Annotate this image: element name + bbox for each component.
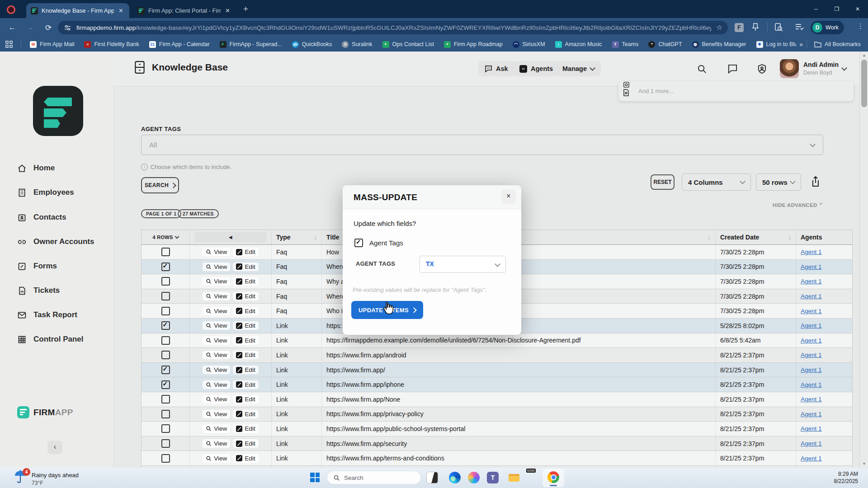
- edit-button[interactable]: Edit: [233, 292, 258, 300]
- agent-tags-checkbox-row[interactable]: ✓ Agent Tags: [354, 239, 403, 247]
- modal-close-button[interactable]: ×: [501, 189, 516, 204]
- columns-dropdown[interactable]: 4 Columns: [682, 174, 751, 191]
- browser-profile-chip[interactable]: D Work: [811, 21, 844, 34]
- window-close-button[interactable]: ✕: [847, 0, 868, 18]
- row-checkbox[interactable]: ✓: [161, 439, 170, 448]
- page-search-icon[interactable]: [774, 23, 783, 32]
- sidebar-item-owner-accounts[interactable]: Owner Accounts: [0, 232, 113, 252]
- row-checkbox[interactable]: ✓: [161, 454, 170, 463]
- table-row[interactable]: ✓ View Edit Link https:/: [142, 451, 852, 466]
- sort-icon[interactable]: ↕: [314, 234, 317, 241]
- view-button[interactable]: View: [203, 292, 230, 300]
- agent-link[interactable]: Agent 1: [801, 278, 822, 285]
- weather-widget[interactable]: 4 Rainy days ahead 73°F: [14, 469, 79, 486]
- edge-app-icon[interactable]: [449, 472, 461, 483]
- edit-button[interactable]: Edit: [233, 395, 258, 404]
- edit-button[interactable]: Edit: [233, 277, 258, 286]
- window-minimize-button[interactable]: ─: [806, 0, 826, 18]
- view-button[interactable]: View: [203, 380, 230, 389]
- row-checkbox[interactable]: ✓: [161, 351, 170, 359]
- view-button[interactable]: View: [203, 410, 230, 418]
- edit-button[interactable]: Edit: [233, 321, 258, 330]
- sidebar-item-control-panel[interactable]: Control Panel: [0, 329, 113, 349]
- row-checkbox[interactable]: ✓: [161, 263, 170, 271]
- scroll-down-icon[interactable]: ▼: [860, 462, 868, 466]
- row-checkbox[interactable]: ✓: [161, 366, 170, 374]
- ask-button[interactable]: Ask: [478, 61, 514, 76]
- user-avatar[interactable]: [780, 59, 799, 78]
- tab-knowledge-base[interactable]: Knowledge Base - Firm App ✕: [26, 3, 129, 18]
- agent-link[interactable]: Agent 1: [801, 308, 822, 314]
- agent-link[interactable]: Agent 1: [801, 440, 822, 447]
- agent-link[interactable]: Agent 1: [801, 366, 822, 373]
- bookmark-item[interactable]: ◠ SiriusXM: [513, 41, 545, 48]
- agent-link[interactable]: Agent 1: [801, 455, 822, 462]
- agent-link[interactable]: Agent 1: [801, 337, 822, 344]
- agent-link[interactable]: Agent 1: [801, 263, 822, 270]
- sidebar-item-forms[interactable]: Forms: [0, 256, 113, 276]
- rows-dropdown[interactable]: 50 rows: [756, 174, 801, 191]
- sidebar-item-employees[interactable]: Employees: [0, 183, 113, 202]
- edit-button[interactable]: Edit: [233, 307, 258, 315]
- view-button[interactable]: View: [203, 454, 230, 463]
- table-row[interactable]: ✓ View Edit Link https:/: [142, 348, 852, 363]
- all-bookmarks-button[interactable]: All Bookmarks: [814, 41, 861, 47]
- extension-pin-icon[interactable]: [751, 23, 760, 32]
- bookmark-item[interactable]: ≡ First Fidelity Bank: [84, 41, 139, 48]
- sidebar-item-contacts[interactable]: Contacts: [0, 207, 113, 227]
- edit-button[interactable]: Edit: [233, 380, 258, 389]
- view-button[interactable]: View: [203, 321, 230, 330]
- bookmark-item[interactable]: S Suralink: [342, 41, 372, 48]
- address-bar[interactable]: firmappdemo.firm.app/knowledge-base#eyJr…: [58, 21, 728, 34]
- browser-menu-icon[interactable]: ⋮: [857, 22, 864, 30]
- scrollbar-thumb[interactable]: [861, 60, 867, 107]
- bookmark-item[interactable]: + Ops Contact List: [382, 41, 434, 48]
- extension-f-icon[interactable]: F: [735, 23, 744, 32]
- agent-link[interactable]: Agent 1: [801, 396, 822, 403]
- taskbar-clock[interactable]: 8:29 AM 8/22/2025: [834, 470, 858, 485]
- tab-close-icon[interactable]: ✕: [224, 7, 231, 14]
- agent-link[interactable]: Agent 1: [801, 411, 822, 418]
- table-row[interactable]: ✓ View Edit Link https:/: [142, 377, 852, 392]
- row-checkbox[interactable]: ✓: [161, 395, 170, 404]
- bookmark-item[interactable]: ❖ Log in to Blue Access: [756, 41, 797, 48]
- edit-button[interactable]: Edit: [233, 351, 258, 359]
- page-scrollbar[interactable]: ▲ ▼: [859, 52, 868, 468]
- tab-close-icon[interactable]: ✕: [118, 7, 124, 14]
- table-row[interactable]: ✓ View Edit Link https:/: [142, 422, 852, 436]
- bookmark-item[interactable]: qb QuickBooks: [292, 41, 332, 48]
- row-checkbox[interactable]: ✓: [161, 336, 170, 345]
- bookmark-item[interactable]: F FirmApp - Superad...: [220, 41, 282, 48]
- view-button[interactable]: View: [203, 424, 230, 433]
- bookmark-star-icon[interactable]: ☆: [717, 23, 722, 32]
- notification-toast[interactable]: And 1 more...: [618, 81, 854, 101]
- edit-button[interactable]: Edit: [233, 336, 258, 345]
- view-button[interactable]: View: [203, 277, 230, 286]
- sort-icon[interactable]: ↕: [788, 234, 792, 241]
- messages-icon[interactable]: [727, 64, 738, 74]
- bookmark-item[interactable]: + Firm App Roadmap: [444, 41, 503, 48]
- column-header-agents[interactable]: Agents: [796, 230, 852, 244]
- bookmark-item[interactable]: T Teams: [612, 41, 639, 48]
- column-header-type[interactable]: Type↕: [272, 230, 322, 244]
- edit-button[interactable]: Edit: [233, 366, 258, 374]
- view-button[interactable]: View: [203, 351, 230, 359]
- edit-button[interactable]: Edit: [233, 439, 258, 448]
- taskbar-search[interactable]: Search: [327, 471, 421, 484]
- reset-button[interactable]: RESET: [651, 174, 675, 190]
- agent-tags-value-select[interactable]: TX: [420, 256, 506, 273]
- site-settings-icon[interactable]: [64, 24, 71, 31]
- row-checkbox[interactable]: ✓: [161, 321, 170, 330]
- table-row[interactable]: ✓ View Edit Link https:/: [142, 407, 852, 422]
- view-button[interactable]: View: [203, 263, 230, 271]
- agent-link[interactable]: Agent 1: [801, 249, 822, 255]
- bookmark-item[interactable]: M Firm App Mail: [30, 41, 74, 48]
- view-button[interactable]: View: [203, 307, 230, 315]
- agent-badge-icon[interactable]: [757, 64, 767, 74]
- export-icon[interactable]: [810, 176, 821, 188]
- bookmark-item[interactable]: ♪ Amazon Music: [555, 41, 602, 48]
- row-checkbox[interactable]: ✓: [161, 248, 170, 256]
- agent-tags-checkbox[interactable]: ✓: [354, 239, 363, 247]
- edit-button[interactable]: Edit: [233, 424, 258, 433]
- start-button[interactable]: [310, 473, 320, 482]
